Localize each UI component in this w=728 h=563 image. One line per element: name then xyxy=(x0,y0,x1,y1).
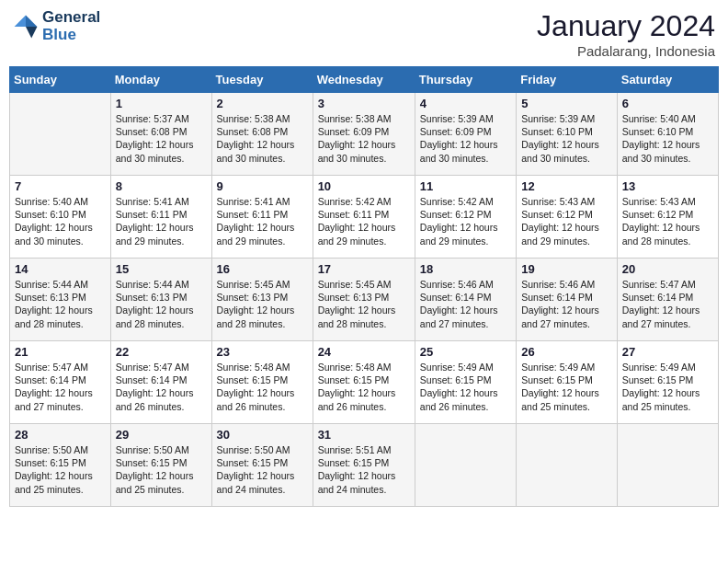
day-number: 23 xyxy=(217,345,308,359)
day-number: 26 xyxy=(521,345,612,359)
svg-marker-2 xyxy=(15,15,26,26)
day-number: 22 xyxy=(116,345,207,359)
calendar-cell: 1Sunrise: 5:37 AM Sunset: 6:08 PM Daylig… xyxy=(110,93,211,176)
day-info: Sunrise: 5:42 AM Sunset: 6:12 PM Dayligh… xyxy=(420,195,511,247)
day-info: Sunrise: 5:45 AM Sunset: 6:13 PM Dayligh… xyxy=(217,278,308,330)
calendar-cell xyxy=(517,424,618,507)
calendar-cell: 15Sunrise: 5:44 AM Sunset: 6:13 PM Dayli… xyxy=(110,259,211,341)
calendar-cell: 28Sunrise: 5:50 AM Sunset: 6:15 PM Dayli… xyxy=(10,424,111,507)
calendar-cell: 25Sunrise: 5:49 AM Sunset: 6:15 PM Dayli… xyxy=(415,341,516,424)
day-number: 7 xyxy=(15,179,106,193)
calendar-cell: 3Sunrise: 5:38 AM Sunset: 6:09 PM Daylig… xyxy=(313,93,415,176)
day-number: 25 xyxy=(420,345,511,359)
day-info: Sunrise: 5:39 AM Sunset: 6:09 PM Dayligh… xyxy=(420,112,511,165)
day-info: Sunrise: 5:50 AM Sunset: 6:15 PM Dayligh… xyxy=(15,443,106,496)
calendar-cell: 23Sunrise: 5:48 AM Sunset: 6:15 PM Dayli… xyxy=(211,341,313,424)
calendar-cell: 24Sunrise: 5:48 AM Sunset: 6:15 PM Dayli… xyxy=(313,341,415,424)
weekday-header-saturday: Saturday xyxy=(617,67,718,93)
calendar-week-row: 7Sunrise: 5:40 AM Sunset: 6:10 PM Daylig… xyxy=(10,176,719,259)
month-title: January 2024 xyxy=(537,9,715,43)
day-info: Sunrise: 5:41 AM Sunset: 6:11 PM Dayligh… xyxy=(116,195,207,247)
day-info: Sunrise: 5:51 AM Sunset: 6:15 PM Dayligh… xyxy=(318,443,410,496)
day-number: 14 xyxy=(15,262,106,276)
weekday-header-thursday: Thursday xyxy=(415,67,516,93)
day-number: 6 xyxy=(622,97,713,110)
calendar-cell: 9Sunrise: 5:41 AM Sunset: 6:11 PM Daylig… xyxy=(211,176,313,259)
day-info: Sunrise: 5:50 AM Sunset: 6:15 PM Dayligh… xyxy=(116,443,207,496)
day-number: 31 xyxy=(318,428,410,442)
day-info: Sunrise: 5:48 AM Sunset: 6:15 PM Dayligh… xyxy=(217,361,308,413)
calendar-cell: 10Sunrise: 5:42 AM Sunset: 6:11 PM Dayli… xyxy=(313,176,415,259)
logo-text: General Blue xyxy=(42,9,100,43)
calendar-cell: 12Sunrise: 5:43 AM Sunset: 6:12 PM Dayli… xyxy=(517,176,618,259)
calendar-cell: 27Sunrise: 5:49 AM Sunset: 6:15 PM Dayli… xyxy=(617,341,718,424)
day-info: Sunrise: 5:50 AM Sunset: 6:15 PM Dayligh… xyxy=(217,443,308,496)
calendar-cell: 16Sunrise: 5:45 AM Sunset: 6:13 PM Dayli… xyxy=(211,259,313,341)
calendar-cell: 4Sunrise: 5:39 AM Sunset: 6:09 PM Daylig… xyxy=(415,93,516,176)
day-info: Sunrise: 5:47 AM Sunset: 6:14 PM Dayligh… xyxy=(622,278,713,330)
calendar-cell: 8Sunrise: 5:41 AM Sunset: 6:11 PM Daylig… xyxy=(110,176,211,259)
day-info: Sunrise: 5:47 AM Sunset: 6:14 PM Dayligh… xyxy=(116,361,207,413)
day-number: 17 xyxy=(318,262,410,276)
day-number: 30 xyxy=(217,428,308,442)
weekday-header-friday: Friday xyxy=(517,67,618,93)
weekday-header-sunday: Sunday xyxy=(10,67,111,93)
calendar-week-row: 21Sunrise: 5:47 AM Sunset: 6:14 PM Dayli… xyxy=(10,341,719,424)
title-block: January 2024 Padalarang, Indonesia xyxy=(537,9,715,59)
weekday-header-tuesday: Tuesday xyxy=(211,67,313,93)
calendar-cell: 21Sunrise: 5:47 AM Sunset: 6:14 PM Dayli… xyxy=(10,341,111,424)
calendar-cell: 2Sunrise: 5:38 AM Sunset: 6:08 PM Daylig… xyxy=(211,93,313,176)
calendar-cell: 17Sunrise: 5:45 AM Sunset: 6:13 PM Dayli… xyxy=(313,259,415,341)
day-number: 15 xyxy=(116,262,207,276)
day-info: Sunrise: 5:47 AM Sunset: 6:14 PM Dayligh… xyxy=(15,361,106,413)
day-info: Sunrise: 5:49 AM Sunset: 6:15 PM Dayligh… xyxy=(622,361,713,413)
day-number: 9 xyxy=(217,179,308,193)
day-info: Sunrise: 5:38 AM Sunset: 6:08 PM Dayligh… xyxy=(217,112,308,165)
svg-marker-1 xyxy=(26,27,37,38)
calendar-cell: 30Sunrise: 5:50 AM Sunset: 6:15 PM Dayli… xyxy=(211,424,313,507)
day-number: 1 xyxy=(116,97,207,110)
day-info: Sunrise: 5:48 AM Sunset: 6:15 PM Dayligh… xyxy=(318,361,410,413)
day-number: 4 xyxy=(420,97,511,110)
day-number: 12 xyxy=(521,179,612,193)
day-number: 8 xyxy=(116,179,207,193)
calendar-week-row: 28Sunrise: 5:50 AM Sunset: 6:15 PM Dayli… xyxy=(10,424,719,507)
day-info: Sunrise: 5:49 AM Sunset: 6:15 PM Dayligh… xyxy=(420,361,511,413)
day-number: 10 xyxy=(318,179,410,193)
day-number: 21 xyxy=(15,345,106,359)
day-number: 2 xyxy=(217,97,308,110)
calendar-cell: 31Sunrise: 5:51 AM Sunset: 6:15 PM Dayli… xyxy=(313,424,415,507)
day-info: Sunrise: 5:44 AM Sunset: 6:13 PM Dayligh… xyxy=(15,278,106,330)
day-number: 28 xyxy=(15,428,106,442)
calendar-cell: 26Sunrise: 5:49 AM Sunset: 6:15 PM Dayli… xyxy=(517,341,618,424)
calendar-week-row: 14Sunrise: 5:44 AM Sunset: 6:13 PM Dayli… xyxy=(10,259,719,341)
day-info: Sunrise: 5:41 AM Sunset: 6:11 PM Dayligh… xyxy=(217,195,308,247)
day-info: Sunrise: 5:46 AM Sunset: 6:14 PM Dayligh… xyxy=(521,278,612,330)
day-info: Sunrise: 5:40 AM Sunset: 6:10 PM Dayligh… xyxy=(15,195,106,247)
day-number: 29 xyxy=(116,428,207,442)
page-header: General Blue January 2024 Padalarang, In… xyxy=(9,9,719,59)
day-number: 13 xyxy=(622,179,713,193)
day-number: 27 xyxy=(622,345,713,359)
svg-marker-0 xyxy=(26,15,37,26)
calendar-cell: 19Sunrise: 5:46 AM Sunset: 6:14 PM Dayli… xyxy=(517,259,618,341)
day-number: 18 xyxy=(420,262,511,276)
calendar-cell: 18Sunrise: 5:46 AM Sunset: 6:14 PM Dayli… xyxy=(415,259,516,341)
location: Padalarang, Indonesia xyxy=(537,43,715,59)
logo: General Blue xyxy=(13,9,100,43)
calendar-cell: 13Sunrise: 5:43 AM Sunset: 6:12 PM Dayli… xyxy=(617,176,718,259)
calendar-cell: 6Sunrise: 5:40 AM Sunset: 6:10 PM Daylig… xyxy=(617,93,718,176)
day-number: 3 xyxy=(318,97,410,110)
day-info: Sunrise: 5:45 AM Sunset: 6:13 PM Dayligh… xyxy=(318,278,410,330)
day-info: Sunrise: 5:43 AM Sunset: 6:12 PM Dayligh… xyxy=(622,195,713,247)
day-info: Sunrise: 5:38 AM Sunset: 6:09 PM Dayligh… xyxy=(318,112,410,165)
calendar-cell xyxy=(617,424,718,507)
day-info: Sunrise: 5:42 AM Sunset: 6:11 PM Dayligh… xyxy=(318,195,410,247)
day-info: Sunrise: 5:37 AM Sunset: 6:08 PM Dayligh… xyxy=(116,112,207,165)
calendar-cell: 29Sunrise: 5:50 AM Sunset: 6:15 PM Dayli… xyxy=(110,424,211,507)
calendar-cell: 22Sunrise: 5:47 AM Sunset: 6:14 PM Dayli… xyxy=(110,341,211,424)
day-number: 11 xyxy=(420,179,511,193)
calendar-cell: 5Sunrise: 5:39 AM Sunset: 6:10 PM Daylig… xyxy=(517,93,618,176)
calendar-cell xyxy=(10,93,111,176)
day-number: 5 xyxy=(521,97,612,110)
